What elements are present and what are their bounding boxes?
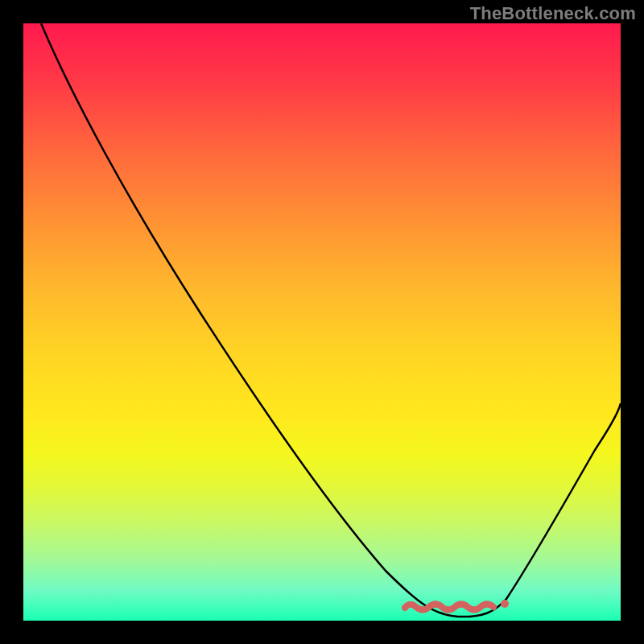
squiggle-path: [405, 605, 493, 610]
watermark-text: TheBottleneck.com: [470, 3, 636, 24]
bottom-squiggle: [402, 600, 514, 614]
squiggle-dot: [501, 600, 509, 608]
data-line: [41, 23, 621, 617]
line-curve: [23, 23, 621, 621]
plot-area: [23, 23, 621, 621]
figure-root: TheBottleneck.com: [0, 0, 644, 644]
